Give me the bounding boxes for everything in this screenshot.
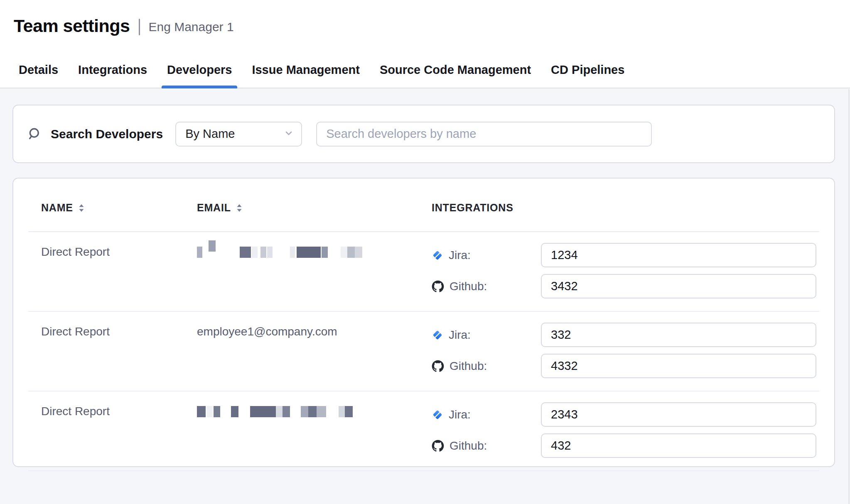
jira-id-input[interactable]: [541, 402, 816, 427]
tab-integrations[interactable]: Integrations: [73, 52, 152, 88]
jira-icon: [432, 250, 443, 261]
jira-icon: [432, 329, 443, 341]
github-icon: [432, 360, 444, 372]
table-row: Direct Report employee1@company.com: [13, 312, 834, 391]
github-icon: [432, 280, 444, 293]
column-header-integrations: INTEGRATIONS: [432, 202, 816, 214]
search-input[interactable]: [316, 122, 652, 147]
page-title: Team settings: [14, 16, 130, 36]
jira-label: Jira:: [449, 328, 471, 342]
tab-developers[interactable]: Developers: [162, 52, 237, 88]
jira-label: Jira:: [449, 408, 471, 421]
table-header-row: NAME EMAIL INTEGRATIONS: [13, 179, 834, 231]
github-icon: [432, 440, 444, 452]
integrations-cell: Jira: Github:: [432, 323, 816, 385]
developer-email-redacted: [197, 402, 432, 465]
github-id-input[interactable]: [541, 433, 816, 458]
jira-integration: Jira:: [432, 243, 816, 267]
search-panel: Search Developers By Name: [12, 105, 835, 163]
github-label: Github:: [450, 439, 487, 453]
row-divider: [28, 470, 819, 471]
jira-integration: Jira:: [432, 402, 816, 427]
search-icon: [27, 127, 42, 141]
sort-name-icon[interactable]: [78, 203, 85, 213]
jira-icon: [432, 409, 443, 421]
page-header: Team settings Eng Manager 1: [0, 0, 850, 52]
chevron-down-icon: [284, 127, 294, 141]
sort-email-icon[interactable]: [236, 203, 243, 213]
developer-email-redacted: [197, 243, 432, 305]
tab-source-code-management[interactable]: Source Code Management: [374, 52, 536, 88]
title-divider: [139, 19, 140, 35]
jira-label: Jira:: [449, 249, 471, 262]
tab-cd-pipelines[interactable]: CD Pipelines: [545, 52, 630, 88]
jira-integration: Jira:: [432, 323, 816, 347]
github-label: Github:: [450, 280, 487, 293]
column-header-email[interactable]: EMAIL: [197, 202, 432, 214]
window-right-edge: [848, 89, 850, 504]
github-integration: Github:: [432, 433, 816, 458]
integrations-cell: Jira: Github:: [432, 243, 816, 305]
search-filter-select[interactable]: By Name: [175, 122, 302, 147]
search-developers-label: Search Developers: [51, 127, 163, 141]
tab-bar: Details Integrations Developers Issue Ma…: [0, 52, 850, 88]
table-row: Direct Report: [13, 391, 834, 470]
team-settings-page: Team settings Eng Manager 1 Details Inte…: [0, 0, 850, 504]
jira-id-input[interactable]: [541, 243, 816, 267]
integrations-cell: Jira: Github:: [432, 402, 816, 465]
tab-issue-management[interactable]: Issue Management: [246, 52, 365, 88]
github-id-input[interactable]: [541, 354, 816, 378]
github-label: Github:: [450, 360, 487, 373]
developer-name: Direct Report: [41, 243, 197, 305]
page-subtitle: Eng Manager 1: [148, 20, 233, 34]
developers-table: NAME EMAIL INTEGRATIONS: [12, 178, 835, 467]
github-id-input[interactable]: [541, 274, 816, 298]
jira-id-input[interactable]: [541, 323, 816, 347]
developer-name: Direct Report: [41, 323, 197, 385]
developer-email: employee1@company.com: [197, 323, 432, 385]
selected-filter-value: By Name: [185, 127, 235, 141]
column-header-name[interactable]: NAME: [41, 202, 197, 214]
tab-details[interactable]: Details: [13, 52, 64, 88]
github-integration: Github:: [432, 274, 816, 298]
table-row: Direct Report: [13, 232, 834, 311]
github-integration: Github:: [432, 354, 816, 378]
developer-name: Direct Report: [41, 402, 197, 465]
